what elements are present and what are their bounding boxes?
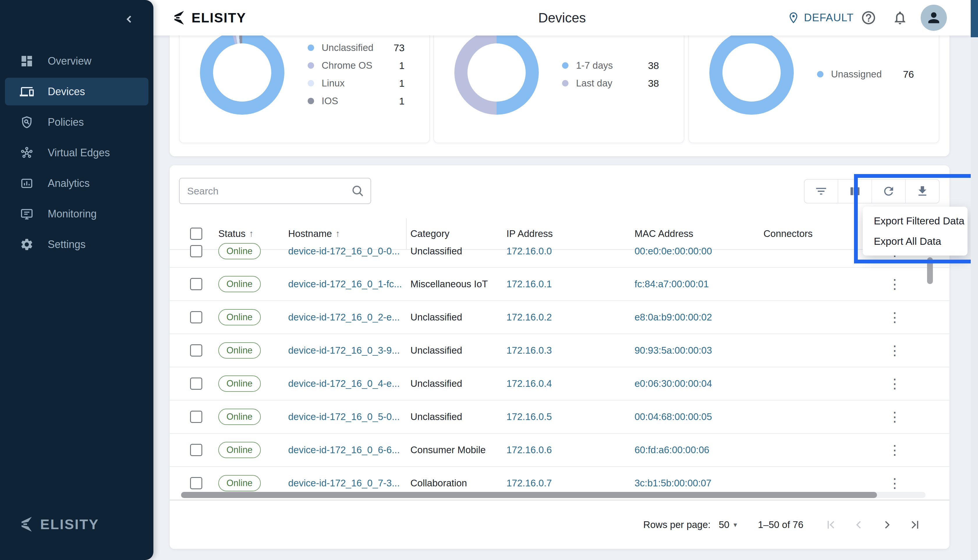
hostname-link[interactable]: device-id-172_16_0_0-0... — [288, 246, 400, 257]
mac-address-link[interactable]: e0:06:30:00:00:04 — [635, 378, 712, 389]
status-cell: Online — [218, 375, 261, 392]
row-menu-button[interactable]: ⋮ — [888, 276, 901, 292]
legend-value: 1 — [399, 78, 405, 89]
sidebar-item-overview[interactable]: Overview — [0, 46, 153, 76]
sidebar-item-monitoring[interactable]: Monitoring — [0, 198, 153, 229]
sidebar-collapse-button[interactable] — [120, 10, 138, 28]
help-button[interactable] — [861, 10, 876, 26]
legend-value: 38 — [648, 60, 659, 71]
table-header: Status↑ Hostname↑ Category IP Address MA… — [170, 218, 950, 250]
horizontal-scrollbar-thumb[interactable] — [181, 492, 877, 498]
mac-address-link[interactable]: e8:0a:b9:00:00:02 — [635, 312, 712, 323]
legend-item: Last day38 — [562, 77, 659, 90]
hostname-link[interactable]: device-id-172_16_0_2-e... — [288, 312, 400, 323]
refresh-icon — [882, 185, 895, 198]
first-page-button[interactable] — [824, 518, 838, 532]
site-selector[interactable]: DEFAULT — [787, 0, 854, 35]
previous-page-button[interactable] — [852, 518, 866, 532]
ip-address-link[interactable]: 172.16.0.2 — [506, 312, 552, 323]
row-menu-button[interactable]: ⋮ — [888, 442, 901, 458]
row-menu-button[interactable]: ⋮ — [888, 343, 901, 358]
sidebar-item-virtual-edges[interactable]: Virtual Edges — [0, 137, 153, 168]
mac-address-link[interactable]: 00:e0:0e:00:00:00 — [635, 246, 712, 257]
legend-item: 1-7 days38 — [562, 59, 659, 72]
column-header-status[interactable]: Status↑ — [218, 228, 253, 239]
sidebar-item-devices[interactable]: Devices — [0, 76, 153, 107]
hostname-link[interactable]: device-id-172_16_0_5-0... — [288, 411, 400, 422]
ip-address-link[interactable]: 172.16.0.6 — [506, 445, 552, 455]
page-scrollbar-thumb[interactable] — [971, 0, 978, 37]
legend-item: Unclassified73 — [308, 41, 405, 54]
row-checkbox[interactable] — [190, 411, 202, 423]
column-header-mac-address[interactable]: MAC Address — [635, 228, 693, 239]
legend-value: 1 — [399, 60, 405, 71]
legend-dot-icon — [308, 45, 314, 51]
table-horizontal-scrollbar[interactable] — [181, 492, 926, 498]
column-header-category[interactable]: Category — [410, 228, 450, 239]
table-vertical-scrollbar[interactable] — [927, 257, 933, 284]
next-page-button[interactable] — [880, 518, 894, 532]
hostname-link[interactable]: device-id-172_16_0_6-6... — [288, 445, 400, 455]
row-checkbox[interactable] — [190, 378, 202, 390]
category-cell: Unclassified — [410, 246, 462, 257]
mac-address-link[interactable]: 90:93:5a:00:00:03 — [635, 345, 712, 356]
search-box — [179, 178, 371, 204]
hostname-link[interactable]: device-id-172_16_0_4-e... — [288, 378, 400, 389]
column-header-connectors[interactable]: Connectors — [763, 228, 813, 239]
sidebar-item-settings[interactable]: Settings — [0, 229, 153, 260]
rows-per-page-select[interactable]: 50 ▾ — [719, 519, 737, 530]
row-checkbox[interactable] — [190, 477, 202, 489]
menu-item-export-filtered-data[interactable]: Export Filtered Data — [863, 211, 968, 231]
sidebar-item-policies[interactable]: Policies — [0, 107, 153, 137]
ip-address-link[interactable]: 172.16.0.5 — [506, 411, 552, 422]
export-button[interactable] — [905, 180, 939, 203]
sidebar-item-analytics[interactable]: Analytics — [0, 168, 153, 198]
column-header-hostname[interactable]: Hostname↑ — [288, 228, 340, 239]
legend-item: IOS1 — [308, 95, 405, 107]
notifications-button[interactable] — [892, 10, 908, 26]
category-cell: Unclassified — [410, 345, 462, 356]
hostname-link[interactable]: device-id-172_16_0_3-9... — [288, 345, 400, 356]
row-menu-button[interactable]: ⋮ — [888, 309, 901, 325]
status-badge: Online — [218, 475, 261, 491]
table-row: Online device-id-172_16_0_2-e... Unclass… — [170, 301, 950, 334]
row-checkbox[interactable] — [190, 245, 202, 257]
ip-address-link[interactable]: 172.16.0.7 — [506, 478, 552, 489]
column-header-ip-address[interactable]: IP Address — [506, 228, 553, 239]
row-checkbox[interactable] — [190, 311, 202, 323]
status-cell: Online — [218, 475, 261, 491]
columns-button[interactable] — [838, 180, 871, 203]
hostname-link[interactable]: device-id-172_16_0_7-3... — [288, 478, 400, 489]
legend-item: Unassigned76 — [817, 68, 914, 81]
row-checkbox[interactable] — [190, 344, 202, 357]
filter-button[interactable] — [805, 180, 838, 203]
row-checkbox[interactable] — [190, 444, 202, 456]
page-scrollbar[interactable] — [971, 0, 978, 560]
mac-address-link[interactable]: 60:fd:a6:00:00:06 — [635, 445, 709, 455]
ip-address-link[interactable]: 172.16.0.1 — [506, 278, 552, 290]
legend-dot-icon — [817, 71, 823, 77]
chevron-left-icon — [852, 518, 866, 532]
mac-address-link[interactable]: 00:04:68:00:00:05 — [635, 411, 712, 422]
row-menu-button[interactable]: ⋮ — [888, 409, 901, 425]
row-menu-button[interactable]: ⋮ — [888, 376, 901, 392]
search-input[interactable] — [180, 178, 370, 203]
hostname-link[interactable]: device-id-172_16_0_1-fc... — [288, 278, 402, 290]
ip-address-link[interactable]: 172.16.0.0 — [506, 246, 552, 257]
user-avatar[interactable] — [921, 5, 947, 31]
row-menu-button[interactable]: ⋮ — [888, 475, 901, 491]
legend-label: Linux — [322, 78, 345, 89]
menu-item-export-all-data[interactable]: Export All Data — [863, 231, 968, 252]
last-page-button[interactable] — [908, 518, 921, 532]
legend-item: Linux1 — [308, 77, 405, 90]
hub-icon — [20, 146, 34, 160]
select-all-checkbox[interactable] — [190, 228, 202, 240]
legend-item: Chrome OS1 — [308, 59, 405, 72]
refresh-button[interactable] — [871, 180, 905, 203]
row-checkbox[interactable] — [190, 278, 202, 290]
mac-address-link[interactable]: 3c:b1:5b:00:00:07 — [635, 478, 711, 489]
mac-address-link[interactable]: fc:84:a7:00:00:01 — [635, 278, 709, 290]
ip-address-link[interactable]: 172.16.0.3 — [506, 345, 552, 356]
app-logo: ELISITY — [171, 0, 246, 35]
ip-address-link[interactable]: 172.16.0.4 — [506, 378, 552, 389]
